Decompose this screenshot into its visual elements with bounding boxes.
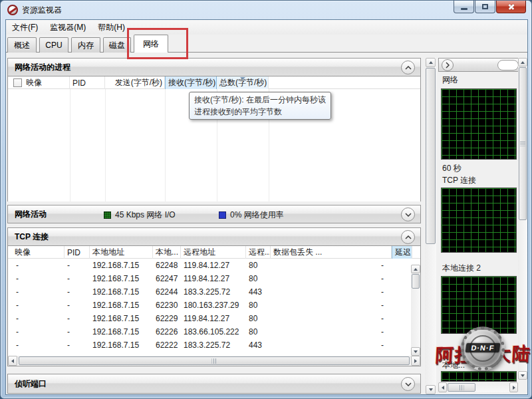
legend-network-usage: 0% 网络使用率 (219, 205, 284, 224)
menu-file[interactable]: 文件(F) (6, 20, 44, 35)
scroll-up-button[interactable] (411, 265, 420, 273)
table-row[interactable]: --192.168.7.1562229119.84.12.2780- (8, 312, 420, 325)
scroll-left-button[interactable] (438, 382, 447, 392)
title-bar[interactable]: 资源监视器 (1, 1, 531, 19)
table-cell: - (271, 327, 392, 336)
column-tooltip: 接收(字节/秒): 在最后一分钟内每秒该 进程接收到的平均字节数 (189, 92, 331, 120)
tcp-connections-header[interactable]: TCP 连接 (7, 227, 421, 246)
tcp-column-header: 映像 PID 本地地址 本地... 远程地址 远程... 数据包丢失 ... 延… (8, 246, 420, 259)
column-header-local-address[interactable]: 本地地址 (90, 246, 153, 259)
network-processes-header[interactable]: 网络活动的进程 (7, 58, 421, 76)
column-header-receive[interactable]: 接收(字节/秒) (165, 76, 217, 89)
scroll-right-button[interactable] (411, 356, 420, 366)
table-cell: - (271, 261, 392, 270)
scroll-up-button[interactable] (426, 58, 436, 67)
table-row[interactable]: --192.168.7.1562226183.66.105.22280- (8, 325, 420, 338)
table-cell: - (65, 327, 90, 336)
tcp-horizontal-scrollbar[interactable] (8, 356, 420, 366)
column-header-pid[interactable]: PID (65, 246, 90, 259)
table-row[interactable]: --192.168.7.1562247119.84.12.2780- (8, 272, 420, 285)
green-swatch-icon (104, 211, 111, 219)
sidebar-header-button[interactable] (497, 60, 519, 70)
table-cell: 62247 (153, 274, 181, 283)
column-header-remote-port[interactable]: 远程... (246, 246, 271, 259)
local-connection-2-graph (441, 276, 517, 334)
sidebar-horizontal-scrollbar[interactable] (438, 382, 518, 392)
scrollbar-thumb[interactable] (19, 356, 410, 365)
expand-panel-button[interactable] (442, 59, 454, 71)
window-title: 资源监视器 (22, 5, 62, 16)
network-activity-header[interactable]: 网络活动 45 Kbps 网络 I/O 0% 网络使用率 (7, 205, 421, 223)
collapse-button[interactable] (401, 61, 415, 74)
column-header-packet-loss[interactable]: 数据包丢失 ... (271, 246, 392, 259)
expand-button[interactable] (401, 377, 415, 391)
column-header-local-port[interactable]: 本地... (153, 246, 181, 259)
table-cell: 183.66.105.222 (181, 327, 246, 336)
column-header-image[interactable]: 映像 (8, 246, 65, 259)
column-header-latency[interactable]: 延迟 (392, 246, 412, 259)
scrollbar-thumb[interactable] (426, 68, 436, 244)
minimize-icon (461, 8, 467, 10)
column-header-send[interactable]: 发送(字节/秒) (105, 76, 165, 89)
maximize-button[interactable] (475, 1, 495, 13)
table-cell: 119.84.12.27 (181, 314, 246, 323)
table-cell: - (271, 301, 392, 310)
chevron-down-icon (405, 382, 412, 386)
table-cell: 192.168.7.15 (90, 261, 153, 270)
scroll-down-button[interactable] (411, 347, 420, 356)
tcp-table-body: --192.168.7.1562248119.84.12.2780---192.… (8, 259, 420, 356)
resource-monitor-window: 资源监视器 文件(F) 监视器(M) 帮助(H) 概述 CPU 内存 磁盘 网络… (0, 0, 532, 399)
sidebar-header (438, 58, 527, 72)
scroll-down-button[interactable] (426, 385, 436, 394)
table-cell: 62222 (153, 340, 181, 350)
thumb-grip-icon (212, 358, 217, 364)
scroll-down-button[interactable] (518, 371, 527, 380)
listening-ports-header[interactable]: 侦听端口 (7, 374, 421, 394)
table-row[interactable]: --192.168.7.1562230180.163.237.2980- (8, 299, 420, 312)
legend-network-io: 45 Kbps 网络 I/O (104, 205, 176, 224)
table-cell: - (65, 261, 90, 270)
column-header-total[interactable]: 总数(字节/秒) (217, 76, 269, 89)
table-cell: - (65, 314, 90, 323)
close-button[interactable] (496, 1, 526, 13)
scrollbar-thumb[interactable] (519, 67, 527, 220)
table-cell: - (271, 274, 392, 283)
tab-cpu[interactable]: CPU (39, 37, 68, 53)
chevron-up-icon (405, 66, 412, 70)
table-row[interactable]: --192.168.7.1562244183.3.225.72443- (8, 285, 420, 299)
table-cell: 62229 (153, 314, 181, 323)
scrollbar-thumb[interactable] (448, 383, 475, 392)
menu-help[interactable]: 帮助(H) (92, 20, 131, 35)
menu-monitor[interactable]: 监视器(M) (44, 20, 92, 35)
time-scale-label: 60 秒 (442, 163, 462, 174)
arrow-up-icon (521, 61, 525, 64)
tab-overview[interactable]: 概述 (7, 37, 37, 53)
table-row[interactable]: --192.168.7.1562222183.3.225.72443- (8, 338, 420, 352)
table-row[interactable]: --192.168.7.1562248119.84.12.2780- (8, 259, 420, 272)
table-cell: 443 (246, 340, 271, 350)
scroll-right-button[interactable] (509, 382, 518, 392)
table-cell: 192.168.7.15 (90, 340, 153, 350)
tab-memory[interactable]: 内存 (71, 37, 100, 53)
minimize-button[interactable] (454, 1, 474, 13)
scroll-up-button[interactable] (518, 58, 527, 66)
table-cell: - (8, 287, 65, 297)
column-header-remote-address[interactable]: 远程地址 (181, 246, 246, 259)
sidebar-vertical-scrollbar[interactable] (518, 58, 527, 380)
close-icon (507, 3, 515, 11)
collapse-button[interactable] (401, 230, 415, 244)
arrow-right-icon (414, 359, 417, 363)
table-cell: - (65, 287, 90, 297)
tcp-vertical-scrollbar[interactable] (411, 265, 420, 356)
scrollbar-thumb[interactable] (412, 274, 420, 289)
column-header-pid[interactable]: PID (70, 76, 105, 89)
scroll-left-button[interactable] (8, 356, 17, 366)
table-cell: 80 (246, 261, 271, 270)
table-cell: 62230 (153, 301, 181, 310)
main-vertical-scrollbar[interactable] (425, 58, 436, 394)
section-title: 侦听端口 (8, 378, 47, 390)
select-all-checkbox[interactable] (13, 78, 22, 87)
expand-button[interactable] (401, 207, 415, 221)
column-header-image[interactable]: 映像 (8, 76, 70, 89)
table-cell: - (8, 314, 65, 323)
